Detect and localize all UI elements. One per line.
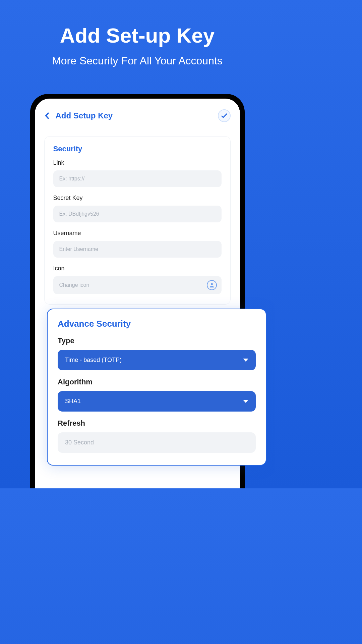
avatar-icon	[207, 280, 217, 290]
advance-card-title: Advance Security	[58, 319, 256, 329]
username-field: Username	[53, 230, 222, 258]
username-input[interactable]	[53, 241, 222, 258]
type-field: Type Time - based (TOTP)	[58, 336, 256, 370]
type-select[interactable]: Time - based (TOTP)	[58, 350, 256, 370]
caret-down-icon	[243, 359, 248, 362]
caret-down-icon	[243, 400, 248, 403]
confirm-button[interactable]	[218, 109, 231, 122]
icon-selector[interactable]: Change icon	[53, 276, 222, 294]
chevron-left-icon	[45, 112, 50, 119]
icon-field: Icon Change icon	[53, 265, 222, 294]
icon-label: Icon	[53, 265, 222, 272]
hero-subtitle: More Security For All Your Accounts	[0, 55, 275, 67]
checkmark-icon	[221, 113, 228, 118]
header-left: Add Setup Key	[44, 111, 113, 120]
link-label: Link	[53, 159, 222, 166]
link-input[interactable]	[53, 170, 222, 187]
icon-selector-text: Change icon	[59, 282, 89, 288]
refresh-label: Refresh	[58, 419, 256, 428]
back-button[interactable]	[44, 111, 50, 120]
secret-key-input[interactable]	[53, 206, 222, 222]
security-card: Security Link Secret Key Username Icon C…	[44, 136, 231, 305]
algorithm-select-value: SHA1	[65, 398, 81, 405]
svg-point-0	[211, 283, 213, 285]
secret-key-label: Secret Key	[53, 195, 222, 202]
page-title: Add Setup Key	[56, 111, 113, 120]
security-card-title: Security	[53, 145, 222, 153]
refresh-value[interactable]: 30 Second	[58, 432, 256, 453]
refresh-field: Refresh 30 Second	[58, 419, 256, 453]
username-label: Username	[53, 230, 222, 237]
algorithm-select[interactable]: SHA1	[58, 391, 256, 412]
type-label: Type	[58, 336, 256, 345]
type-select-value: Time - based (TOTP)	[65, 357, 122, 364]
app-header: Add Setup Key	[44, 109, 231, 122]
secret-key-field: Secret Key	[53, 195, 222, 222]
algorithm-field: Algorithm SHA1	[58, 378, 256, 412]
algorithm-label: Algorithm	[58, 378, 256, 386]
hero-title: Add Set-up Key	[0, 0, 275, 47]
advance-security-card: Advance Security Type Time - based (TOTP…	[47, 309, 266, 466]
link-field: Link	[53, 159, 222, 187]
